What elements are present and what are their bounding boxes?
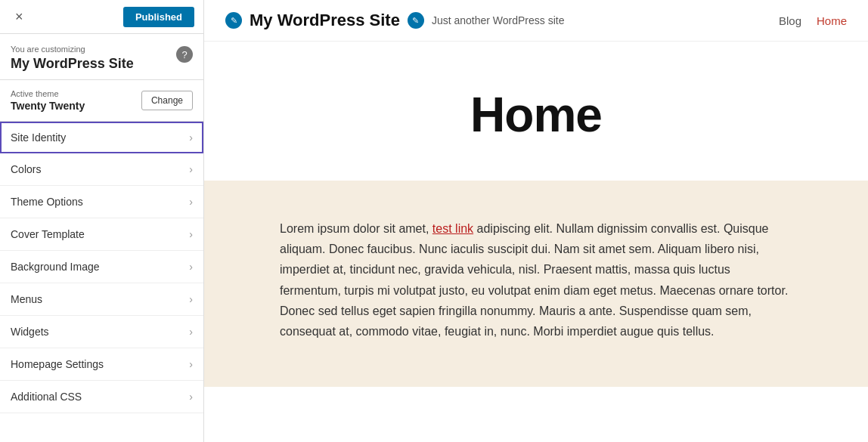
customizing-section: You are customizing My WordPress Site ? bbox=[0, 34, 203, 80]
nav-home[interactable]: Home bbox=[817, 14, 847, 27]
help-button[interactable]: ? bbox=[176, 46, 193, 63]
sidebar-item-site-identity[interactable]: Site Identity › bbox=[0, 122, 203, 153]
preview-site-title: ✎ My WordPress Site ✎ Just another WordP… bbox=[225, 11, 565, 30]
close-button[interactable]: × bbox=[9, 6, 29, 28]
sidebar-item-background-image[interactable]: Background Image › bbox=[0, 251, 203, 283]
sidebar-item-label: Additional CSS bbox=[11, 391, 82, 403]
chevron-right-icon: › bbox=[189, 163, 193, 175]
preview-area: ✎ My WordPress Site ✎ Just another WordP… bbox=[204, 0, 868, 442]
preview-header: ✎ My WordPress Site ✎ Just another WordP… bbox=[204, 0, 868, 42]
change-theme-button[interactable]: Change bbox=[141, 91, 193, 110]
sidebar-item-label: Menus bbox=[11, 293, 42, 305]
sidebar-item-label: Site Identity bbox=[11, 131, 66, 144]
content-paragraph: Lorem ipsum dolor sit amet, test link ad… bbox=[280, 218, 792, 342]
sidebar-item-additional-css[interactable]: Additional CSS › bbox=[0, 381, 203, 413]
sidebar: × Published You are customizing My WordP… bbox=[0, 0, 204, 442]
sidebar-item-label: Homepage Settings bbox=[11, 358, 104, 370]
chevron-right-icon: › bbox=[189, 293, 193, 305]
preview-title-text: My WordPress Site bbox=[250, 11, 400, 30]
sidebar-item-label: Colors bbox=[11, 163, 41, 175]
chevron-right-icon: › bbox=[189, 391, 193, 403]
sidebar-item-menus[interactable]: Menus › bbox=[0, 283, 203, 316]
sidebar-item-colors[interactable]: Colors › bbox=[0, 153, 203, 186]
sidebar-item-homepage-settings[interactable]: Homepage Settings › bbox=[0, 348, 203, 381]
edit-tagline-icon[interactable]: ✎ bbox=[408, 12, 424, 29]
customizing-label: You are customizing bbox=[11, 45, 134, 54]
preview-hero: Home bbox=[204, 42, 868, 181]
preview-content: Lorem ipsum dolor sit amet, test link ad… bbox=[204, 181, 868, 387]
edit-site-title-icon[interactable]: ✎ bbox=[225, 12, 242, 29]
hero-title: Home bbox=[234, 87, 838, 143]
active-theme-name: Twenty Twenty bbox=[11, 100, 85, 112]
chevron-right-icon: › bbox=[189, 196, 193, 208]
sidebar-item-label: Widgets bbox=[11, 326, 49, 338]
sidebar-header: × Published bbox=[0, 0, 203, 34]
chevron-right-icon: › bbox=[189, 326, 193, 338]
content-text-before-link: Lorem ipsum dolor sit amet, bbox=[280, 222, 432, 235]
content-text-after-link: adipiscing elit. Nullam dignissim conval… bbox=[280, 222, 788, 338]
active-theme-section: Active theme Twenty Twenty Change bbox=[0, 80, 203, 122]
chevron-right-icon: › bbox=[189, 131, 193, 144]
sidebar-item-label: Background Image bbox=[11, 261, 100, 273]
sidebar-item-theme-options[interactable]: Theme Options › bbox=[0, 186, 203, 218]
sidebar-item-cover-template[interactable]: Cover Template › bbox=[0, 218, 203, 251]
sidebar-item-label: Theme Options bbox=[11, 196, 83, 208]
chevron-right-icon: › bbox=[189, 228, 193, 240]
sidebar-item-label: Cover Template bbox=[11, 228, 85, 240]
customizer-menu: Site Identity › Colors › Theme Options ›… bbox=[0, 122, 203, 442]
test-link[interactable]: test link bbox=[432, 222, 473, 235]
sidebar-item-widgets[interactable]: Widgets › bbox=[0, 316, 203, 348]
active-theme-label: Active theme bbox=[11, 89, 85, 98]
preview-tagline: Just another WordPress site bbox=[432, 14, 565, 26]
chevron-right-icon: › bbox=[189, 358, 193, 370]
published-button[interactable]: Published bbox=[123, 7, 194, 27]
chevron-right-icon: › bbox=[189, 261, 193, 273]
site-name: My WordPress Site bbox=[11, 56, 134, 72]
nav-blog[interactable]: Blog bbox=[779, 14, 801, 27]
preview-nav: Blog Home bbox=[779, 14, 847, 27]
